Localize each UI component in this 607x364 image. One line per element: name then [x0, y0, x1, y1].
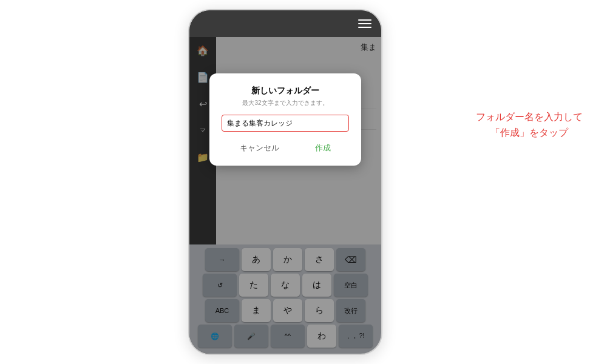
hamburger-menu-icon[interactable] — [358, 19, 371, 28]
dialog-title: 新しいフォルダー — [222, 86, 349, 96]
dialog-overlay: 新しいフォルダー 最大32文字まで入力できます。 キャンセル 作成 — [189, 37, 381, 354]
create-button[interactable]: 作成 — [308, 140, 338, 156]
top-bar — [189, 10, 381, 37]
dialog-subtitle: 最大32文字まで入力できます。 — [222, 99, 349, 107]
cancel-button[interactable]: キャンセル — [232, 140, 287, 156]
dialog-actions: キャンセル 作成 — [222, 140, 349, 156]
scene: 🏠 📄 ↩ マ 📁 集ま 📁 1 — [0, 0, 607, 364]
phone-mockup: 🏠 📄 ↩ マ 📁 集ま 📁 1 — [188, 9, 382, 355]
new-folder-dialog: 新しいフォルダー 最大32文字まで入力できます。 キャンセル 作成 — [209, 73, 361, 166]
annotation-line2: 「作成」をタップ — [476, 125, 583, 141]
app-background: 🏠 📄 ↩ マ 📁 集ま 📁 1 — [189, 10, 381, 354]
annotation-line1: フォルダー名を入力して — [476, 109, 583, 125]
folder-name-input[interactable] — [222, 115, 349, 132]
annotation-block: フォルダー名を入力して 「作成」をタップ — [476, 109, 583, 140]
